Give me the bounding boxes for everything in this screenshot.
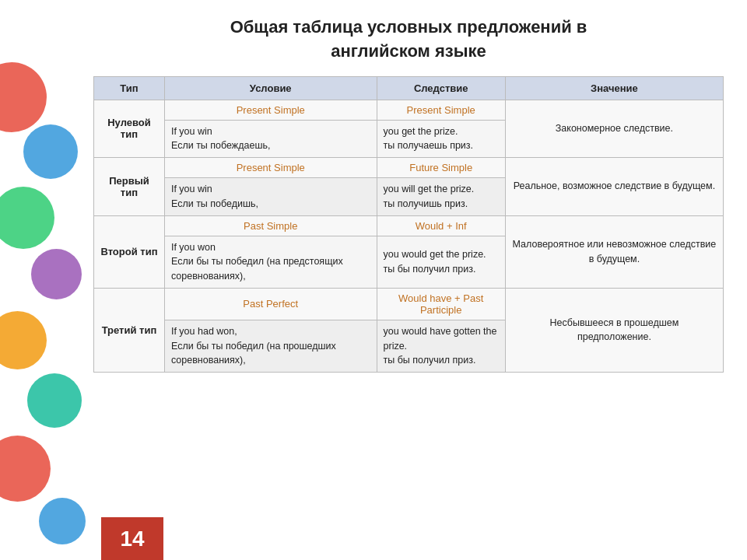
meaning-cell: Реальное, возможное следствие в будущем. bbox=[505, 158, 723, 216]
main-content: Общая таблица условных предложений в анг… bbox=[86, 0, 739, 560]
table-tense-row: Первый типPresent SimpleFuture SimpleРеа… bbox=[94, 158, 724, 178]
decorative-circle bbox=[39, 498, 86, 544]
meaning-cell: Закономерное следствие. bbox=[505, 100, 723, 158]
condition-tense: Past Perfect bbox=[164, 288, 377, 320]
decorative-circle bbox=[23, 124, 78, 179]
decorative-circle bbox=[0, 62, 47, 132]
decorative-circle bbox=[31, 249, 82, 299]
condition-example: If you had won, Если бы ты победил (на п… bbox=[164, 320, 377, 372]
col-result: Следствие bbox=[377, 76, 505, 100]
result-tense: Would have + Past Participle bbox=[377, 288, 505, 320]
col-condition: Условие bbox=[164, 76, 377, 100]
condition-tense: Present Simple bbox=[164, 158, 377, 178]
result-example: you would have gotten the prize. ты бы п… bbox=[377, 320, 505, 372]
conditional-table: Тип Условие Следствие Значение Нулевой т… bbox=[93, 76, 724, 373]
page-title: Общая таблица условных предложений в анг… bbox=[93, 16, 724, 64]
meaning-cell: Несбывшееся в прошедшем предположение. bbox=[505, 288, 723, 372]
type-cell: Нулевой тип bbox=[94, 100, 165, 158]
condition-example: If you win Если ты победишь, bbox=[164, 178, 377, 216]
type-cell: Первый тип bbox=[94, 158, 165, 216]
table-tense-row: Нулевой типPresent SimplePresent SimpleЗ… bbox=[94, 100, 724, 120]
decorative-circle bbox=[27, 373, 82, 428]
decorative-circle bbox=[0, 436, 51, 502]
condition-example: If you win Если ты побеждаешь, bbox=[164, 120, 377, 158]
result-tense: Would + Inf bbox=[377, 215, 505, 236]
condition-tense: Past Simple bbox=[164, 215, 377, 236]
result-tense: Present Simple bbox=[377, 100, 505, 120]
condition-example: If you won Если бы ты победил (на предст… bbox=[164, 236, 377, 288]
slide-number-badge: 14 bbox=[101, 517, 163, 560]
decorative-circle bbox=[0, 311, 47, 369]
result-example: you get the prize. ты получаешь приз. bbox=[377, 120, 505, 158]
col-type: Тип bbox=[94, 76, 165, 100]
result-example: you will get the prize. ты получишь приз… bbox=[377, 178, 505, 216]
condition-tense: Present Simple bbox=[164, 100, 377, 120]
type-cell: Третий тип bbox=[94, 288, 165, 372]
decorative-circle bbox=[0, 187, 54, 249]
table-tense-row: Третий типPast PerfectWould have + Past … bbox=[94, 288, 724, 320]
type-cell: Второй тип bbox=[94, 215, 165, 288]
col-meaning: Значение bbox=[505, 76, 723, 100]
meaning-cell: Маловероятное или невозможное следствие … bbox=[505, 215, 723, 288]
result-tense: Future Simple bbox=[377, 158, 505, 178]
result-example: you would get the prize. ты бы получил п… bbox=[377, 236, 505, 288]
table-tense-row: Второй типPast SimpleWould + InfМаловеро… bbox=[94, 215, 724, 236]
